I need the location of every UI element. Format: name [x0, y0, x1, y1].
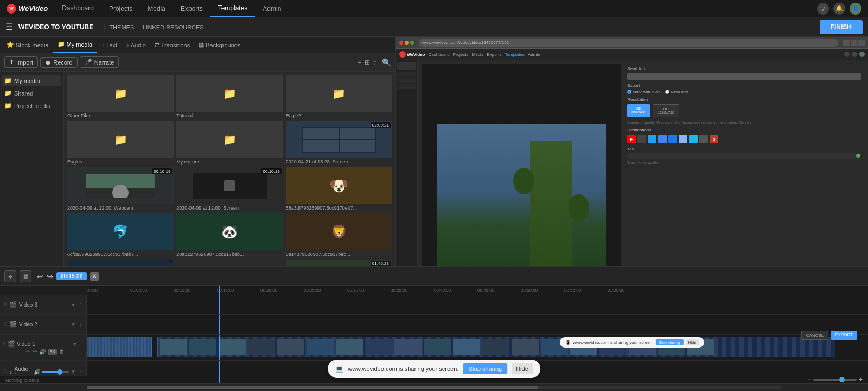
finish-button[interactable]: FINISH: [820, 20, 863, 34]
import-button[interactable]: ⬆ Import: [4, 56, 38, 68]
logo[interactable]: W WeVideo: [0, 4, 54, 14]
hide-sharing-button[interactable]: Hide: [512, 363, 533, 374]
tab-stock-media[interactable]: ⭐ Stock media: [2, 37, 53, 53]
brush-tool-icon[interactable]: ✏: [33, 349, 37, 355]
drag-handle-v1[interactable]: ⠿: [2, 341, 6, 347]
linked-resources-link[interactable]: LINKED RESOURCES: [143, 24, 203, 30]
volume-tool-icon[interactable]: 🔊: [39, 349, 46, 355]
drag-handle-a1[interactable]: ⠿: [3, 369, 7, 375]
media-thumbnail: 📁: [176, 75, 283, 112]
nav-item-exports[interactable]: Exports: [173, 0, 210, 17]
help-icon[interactable]: ?: [817, 3, 829, 15]
video1-tools: ✏ ✏ 🔊 FX 🗑: [22, 349, 64, 355]
horizontal-scrollbar[interactable]: [87, 386, 781, 389]
video2-more-icon[interactable]: ⋮: [78, 321, 83, 327]
tab-backgrounds[interactable]: ▦ Backgrounds: [194, 37, 245, 53]
video1-clip-2[interactable]: [157, 337, 835, 357]
video2-settings-icon[interactable]: ▼: [71, 321, 76, 327]
add-track-button[interactable]: +: [4, 270, 16, 282]
video1-clip-1[interactable]: [87, 337, 152, 357]
nav-item-projects[interactable]: Projects: [101, 0, 140, 17]
secondary-nav: ☰ WEVIDEO TO YOUTUBE | THEMES LINKED RES…: [0, 17, 868, 37]
close-playhead-button[interactable]: ✕: [90, 272, 99, 281]
video2-label: Video 2: [19, 321, 37, 327]
audio1-settings-icon[interactable]: ▼: [71, 369, 76, 375]
tab-text[interactable]: T Text: [97, 37, 122, 53]
list-item[interactable]: 📁 Tutorial: [176, 75, 283, 118]
sidebar-folder-project[interactable]: 📁 Project media: [2, 100, 61, 111]
import-icon: ⬆: [9, 59, 14, 66]
nav-item-media[interactable]: Media: [140, 0, 173, 17]
volume-slider[interactable]: [42, 371, 69, 373]
nav-item-dashboard[interactable]: Dashboard: [54, 0, 101, 17]
list-item[interactable]: 📁 Eagle2: [286, 75, 392, 118]
stop-sharing-button[interactable]: Stop sharing: [463, 363, 507, 374]
list-item[interactable]: 00:10:19 2020-04-09 at 12:00: Webcam: [67, 167, 174, 211]
record-button[interactable]: ⏺ Record: [40, 57, 77, 68]
list-item[interactable]: 🦁 6e14879626907.5cc917beb...: [286, 213, 392, 257]
search-button[interactable]: 🔍: [382, 58, 391, 67]
video3-visibility-icon[interactable]: 🎬: [9, 301, 17, 308]
themes-link[interactable]: THEMES: [109, 24, 134, 30]
track-content-video2[interactable]: [87, 315, 868, 334]
video1-settings-icon[interactable]: ▼: [72, 341, 78, 347]
track-content-video1[interactable]: Open clip editor (E): [87, 335, 868, 360]
sidebar-folder-my-media[interactable]: 📁 My media: [2, 75, 61, 86]
track-label-video3: ⠿ 🎬 Video 3 ▼ ⋮: [0, 295, 87, 314]
media-duration: [169, 261, 172, 262]
zoom-in-button[interactable]: +: [859, 376, 863, 383]
list-item[interactable]: 📁 Other Files: [67, 75, 174, 118]
media-thumbnail: 00:10:19: [67, 167, 174, 204]
list-item[interactable]: 📁 My exports: [176, 121, 283, 165]
video2-visibility-icon[interactable]: 🎬: [9, 321, 17, 328]
media-thumbnail: 🦁: [286, 213, 392, 250]
redo-button[interactable]: ↪: [47, 272, 53, 281]
fx-badge[interactable]: FX: [48, 349, 56, 355]
trash-tool-icon[interactable]: 🗑: [59, 349, 65, 355]
folder-tab-icon: 📁: [58, 41, 65, 48]
list-item[interactable]: 🐬 6cfca3796269907.5cc917beb7...: [67, 213, 174, 257]
track-content-video3[interactable]: [87, 295, 868, 314]
hamburger-icon[interactable]: ☰: [5, 22, 13, 32]
user-avatar[interactable]: 👤: [850, 3, 861, 15]
track-toggle-button[interactable]: ▦: [20, 270, 31, 282]
nav-item-admin[interactable]: Admin: [255, 0, 289, 17]
notification-icon[interactable]: 🔔: [833, 3, 845, 15]
filter-button[interactable]: ⊞: [365, 59, 370, 66]
drag-handle-v2[interactable]: ⠿: [3, 321, 7, 327]
edit-tool-icon[interactable]: ✏: [26, 349, 30, 355]
list-item[interactable]: 🐼 20a32279626907.5cc917beb...: [176, 213, 283, 257]
drag-handle-v3[interactable]: ⠿: [3, 302, 7, 308]
list-item[interactable]: 00:10:19 2020-04-09 at 12:00: Screen: [176, 167, 283, 211]
video1-more-icon[interactable]: ⋮: [79, 341, 84, 347]
video3-more-icon[interactable]: ⋮: [78, 302, 83, 308]
media-thumbnail: 02:09:21: [286, 121, 392, 158]
tab-transitions[interactable]: ⇄ Transitions: [150, 37, 194, 53]
nav-item-templates[interactable]: Templates: [210, 0, 256, 17]
narrate-button[interactable]: 🎤 Narrate: [80, 56, 119, 68]
video3-settings-icon[interactable]: ▼: [71, 302, 76, 308]
media-thumbnail: 🐼: [176, 213, 283, 250]
timeline-scroll-bar: [0, 383, 868, 391]
list-view-button[interactable]: ≡: [358, 59, 361, 66]
zoom-slider[interactable]: [813, 379, 857, 381]
sidebar-folder-shared[interactable]: 📁 Shared: [2, 87, 61, 99]
audio1-more-icon[interactable]: ⋮: [78, 369, 83, 375]
list-item[interactable]: 🐶 58a3df796269907.5cc917beb7...: [286, 167, 392, 211]
media-thumbnail: 📁: [176, 121, 283, 158]
record-icon: ⏺: [45, 59, 51, 66]
tab-audio[interactable]: ♪ Audio: [122, 37, 150, 53]
video1-visibility-icon[interactable]: 🎬: [8, 340, 15, 348]
screen-sharing-bar: 💻 www.wevideo.com is sharing your screen…: [328, 360, 540, 378]
bottom-status-bar: Nothing to save: [0, 376, 87, 383]
audio-icon: ♪: [126, 42, 129, 48]
sharing-message: www.wevideo.com is sharing your screen.: [348, 365, 458, 372]
zoom-slider-thumb[interactable]: [839, 377, 845, 382]
tab-my-media[interactable]: 📁 My media: [53, 37, 97, 53]
list-item[interactable]: 02:09:21 2020-04-21 at 15:28: Screen: [286, 121, 392, 165]
sort-button[interactable]: ↕: [373, 59, 376, 66]
undo-button[interactable]: ↩: [37, 272, 43, 281]
list-item[interactable]: 📁 Eagles: [67, 121, 174, 165]
media-item-label: 6e14879626907.5cc917beb...: [286, 251, 392, 257]
zoom-out-button[interactable]: −: [807, 376, 811, 383]
